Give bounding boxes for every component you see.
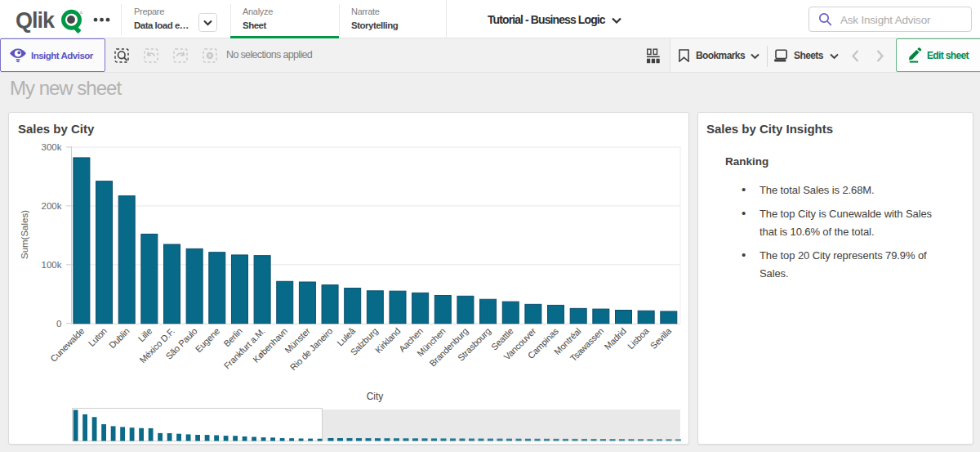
svg-text:Lisboa: Lisboa [626, 325, 651, 351]
svg-text:300k: 300k [42, 142, 62, 152]
svg-text:Kirkland: Kirkland [373, 326, 403, 356]
svg-text:Dublin: Dublin [107, 326, 131, 351]
svg-text:0: 0 [56, 319, 61, 329]
svg-text:Sum(Sales): Sum(Sales) [20, 210, 29, 259]
svg-text:Eugene: Eugene [194, 326, 222, 355]
svg-text:Madrid: Madrid [602, 326, 627, 351]
svg-text:100k: 100k [42, 260, 62, 270]
svg-text:Cunewalde: Cunewalde [48, 326, 86, 364]
svg-text:200k: 200k [42, 201, 62, 211]
svg-text:City: City [367, 391, 384, 402]
svg-text:Qlik: Qlik [16, 8, 56, 33]
svg-text:Sevilla: Sevilla [648, 325, 674, 351]
svg-text:Lille: Lille [136, 326, 154, 344]
svg-text:Luton: Luton [87, 326, 109, 348]
